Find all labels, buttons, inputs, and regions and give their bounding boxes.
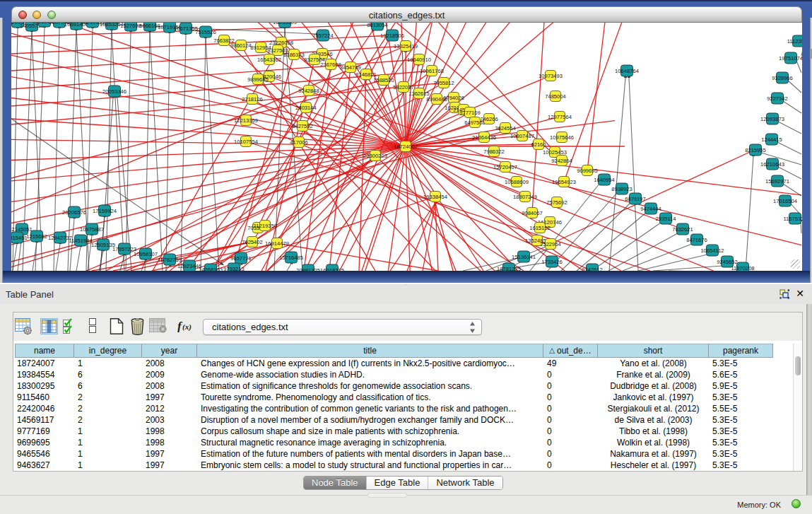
graph-node-label: 1640954: [594, 177, 615, 183]
graph-node-label: 10958107: [134, 251, 158, 257]
graph-node-label: 15716485: [279, 255, 303, 261]
select-columns-icon[interactable]: [63, 318, 76, 334]
cell-out_de: 0: [543, 369, 598, 380]
graph-node-label: 19654923: [552, 179, 576, 185]
cell-year: 2008: [142, 358, 197, 369]
graph-node-label: 16033809: [273, 23, 297, 25]
table-selector-combobox[interactable]: citations_edges.txt: [203, 319, 482, 335]
graph-node-label: 7485004: [545, 93, 566, 100]
tab-node-table[interactable]: Node Table: [304, 477, 367, 489]
graph-node-label: 10807487: [510, 133, 534, 139]
graph-node-label: 9699695: [577, 168, 598, 174]
cell-short: Wolkin et al. (1998): [598, 437, 709, 448]
column-header-year[interactable]: year: [142, 344, 197, 358]
cell-in_degree: 1: [74, 426, 142, 437]
cell-title: Corpus callosum shape and size in male p…: [197, 426, 543, 437]
cell-name: 18724007: [15, 358, 74, 369]
network-window-titlebar[interactable]: citations_edges.txt: [11, 6, 802, 23]
cell-short: Dudbridge et al. (2008): [598, 380, 709, 392]
function-builder-icon[interactable]: f (x): [177, 320, 196, 332]
column-visibility-icon[interactable]: [40, 318, 58, 334]
cell-pagerank: 5.6E-5: [709, 369, 773, 380]
sort-ascending-icon: △: [549, 344, 555, 357]
table-row[interactable]: 1872400712008Changes of HCN gene express…: [15, 358, 773, 369]
graph-node-label: 9793213: [223, 266, 245, 271]
graph-node-label: 9329966: [772, 75, 793, 81]
float-panel-icon[interactable]: [779, 289, 789, 299]
frame-top-edge: [0, 0, 812, 1]
canvas-resize-grip[interactable]: [791, 259, 800, 269]
graph-node-label: 1615152: [529, 225, 551, 231]
cell-pagerank: 5.3E-5: [709, 358, 773, 369]
import-table-icon[interactable]: [149, 318, 167, 333]
table-options-icon[interactable]: [15, 318, 33, 335]
graph-node-label: 20206576: [62, 209, 86, 216]
memory-status-indicator[interactable]: [792, 499, 801, 508]
graph-node-label: 9245652: [717, 259, 738, 265]
graph-node-label: 10975887: [80, 226, 104, 233]
graph-node-label: 12923446: [177, 263, 201, 269]
delete-column-icon[interactable]: [130, 318, 145, 335]
column-header-title[interactable]: title: [197, 344, 543, 358]
scrollbar-thumb[interactable]: [795, 356, 801, 375]
graph-node-label: 1244415: [761, 136, 782, 143]
graph-node-label: 3624554: [495, 125, 516, 132]
graph-node-label: 7986322: [483, 148, 505, 155]
cell-out_de: 0: [543, 426, 598, 437]
graph-node-label: 7575692: [546, 199, 567, 206]
graph-node-label: 11123521: [787, 38, 802, 45]
close-panel-icon[interactable]: ✕: [796, 288, 804, 299]
cell-out_de: 0: [543, 448, 598, 460]
graph-node-label: 10973493: [539, 73, 563, 79]
table-row[interactable]: 946362711997Embryonic stem cells: a mode…: [15, 460, 773, 471]
cell-name: 18300295: [15, 380, 74, 392]
graph-node-label: 18640910: [407, 57, 431, 63]
cell-short: Yano et al. (2008): [598, 358, 709, 369]
graph-node-label: 7515526: [195, 29, 216, 35]
tab-edge-table[interactable]: Edge Table: [367, 477, 429, 489]
table-row[interactable]: 1830029562008Estimation of significance …: [15, 380, 773, 392]
graph-node-label: 16782759: [158, 257, 182, 263]
tab-network-table[interactable]: Network Table: [428, 477, 502, 489]
table-row[interactable]: 977716911998Corpus callosum shape and si…: [15, 426, 773, 437]
cell-title: Estimation of significance thresholds fo…: [197, 380, 543, 392]
table-panel-header: Table Panel ✕: [0, 285, 812, 304]
cell-year: 1997: [142, 448, 197, 460]
cell-year: 1997: [142, 392, 197, 403]
graph-node-label: 8471676: [686, 237, 707, 243]
column-header-short[interactable]: short: [598, 344, 709, 358]
graph-node-label: 7857224: [312, 33, 334, 39]
status-grip: [367, 493, 407, 498]
network-canvas[interactable]: 2626950414055713189221639607379206914061…: [11, 23, 802, 271]
column-header-out_de[interactable]: △out_de…: [543, 344, 598, 358]
graph-node-label: 2367608: [320, 62, 341, 68]
graph-node-label: 9777169: [459, 110, 481, 116]
column-header-pagerank[interactable]: pagerank: [709, 344, 773, 358]
row-height-icon[interactable]: [89, 318, 96, 333]
column-header-in_degree[interactable]: in_degree: [74, 344, 142, 358]
table-row[interactable]: 911546021997Tourette syndrome. Phenomeno…: [15, 392, 773, 403]
cell-title: Investigating the contribution of common…: [197, 403, 543, 414]
column-header-name[interactable]: name: [15, 344, 74, 358]
cell-in_degree: 2: [74, 403, 142, 414]
new-column-icon[interactable]: [110, 318, 124, 334]
table-row[interactable]: 1938455462009Genome-wide association stu…: [15, 369, 773, 380]
table-row[interactable]: 946554611997Estimation of the future num…: [15, 448, 773, 460]
table-row[interactable]: 969969511998Structural magnetic resonanc…: [15, 437, 773, 448]
cell-year: 1997: [142, 460, 197, 471]
table-selector-value: citations_edges.txt: [212, 322, 288, 332]
graph-node-label: 10975646: [550, 134, 574, 141]
table-header-row: namein_degreeyeartitle△out_de…shortpager…: [15, 344, 773, 358]
network-graph[interactable]: 2626950414055713189221639607379206914061…: [11, 23, 802, 271]
graph-node-label: 10107554: [234, 139, 258, 145]
graph-node-label: 9242864: [551, 158, 572, 164]
cell-name: 22420046: [15, 403, 74, 414]
graph-node-label: 9474444: [640, 206, 661, 212]
table-row[interactable]: 2242004622012Investigating the contribut…: [15, 403, 773, 414]
graph-node-label: 9242848: [298, 88, 319, 94]
graph-node-label: 746266: [480, 116, 498, 122]
table-row[interactable]: 1456911722003Disruption of a novel membe…: [15, 414, 773, 426]
table-vertical-scrollbar[interactable]: [793, 344, 802, 471]
cell-short: Stergiakouli et al. (2012): [598, 403, 709, 414]
graph-node-label: 9315451: [11, 235, 28, 241]
